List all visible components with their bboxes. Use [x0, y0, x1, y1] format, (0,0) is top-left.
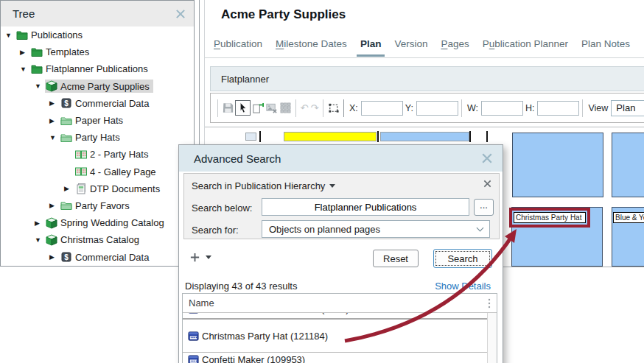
- height-input[interactable]: [537, 101, 579, 116]
- expand-arrow-icon[interactable]: ▶: [35, 219, 45, 227]
- plan-page-box[interactable]: [612, 133, 644, 197]
- result-row[interactable]: Confetti Maker (109953): [183, 353, 497, 363]
- grid-settings-button[interactable]: [279, 100, 293, 116]
- marquee-select-button[interactable]: [326, 100, 340, 116]
- tree-item-templates[interactable]: ▶Templates: [1, 43, 194, 60]
- toolbar-separator: [461, 99, 462, 117]
- search-button[interactable]: Search: [433, 249, 492, 268]
- tree-item-label: Commercial Data: [75, 252, 149, 263]
- search-for-value: Objects on planned pages: [269, 224, 380, 235]
- tree-item-label: Christmas Catalog: [60, 234, 139, 245]
- tree-item-commercial-data[interactable]: ▶Commercial Data: [1, 248, 194, 265]
- expand-arrow-icon[interactable]: ▶: [49, 202, 60, 209]
- tree-item-4-galley-page[interactable]: 4 - Galley Page: [1, 163, 194, 180]
- tree-item-dtp-documents[interactable]: ▶DTP Documents: [1, 180, 194, 197]
- redo-icon[interactable]: ↷: [309, 102, 320, 113]
- expand-arrow-icon[interactable]: ▶: [49, 99, 60, 107]
- plan-page-box[interactable]: [512, 133, 603, 197]
- tree-item-2-party-hats[interactable]: 2 - Party Hats: [1, 146, 194, 163]
- result-row[interactable]: Christmas Party Hat (121184): [183, 320, 497, 353]
- tree-item-label: Spring Wedding Catalog: [60, 217, 164, 228]
- expand-arrow-icon[interactable]: ▼: [35, 236, 45, 244]
- browse-button[interactable]: ...: [474, 199, 494, 216]
- tree-item-publications[interactable]: ▼Publications: [1, 27, 194, 43]
- object-icon: [188, 354, 199, 363]
- search-for-select[interactable]: Objects on planned pages: [262, 220, 490, 238]
- view-select[interactable]: Plan: [611, 100, 644, 116]
- flatplanner-panel-title: Flatplanner: [221, 74, 269, 85]
- tab-plan-notes[interactable]: Plan Notes: [581, 38, 630, 52]
- tree-item-label: Paper Hats: [75, 115, 123, 126]
- publication-icon: [46, 234, 57, 246]
- x-coordinate-input[interactable]: [361, 101, 403, 116]
- width-input[interactable]: [481, 101, 523, 116]
- folder-icon: [16, 29, 28, 41]
- page-title: Acme Party Supplies: [221, 7, 346, 22]
- column-menu-icon[interactable]: [488, 297, 491, 309]
- save-button[interactable]: [221, 100, 235, 116]
- search-below-input[interactable]: [262, 198, 469, 216]
- result-row-label: Confetti Maker (109953): [202, 354, 305, 363]
- tree-item-party-favors[interactable]: ▶Party Favors: [1, 197, 194, 214]
- remove-criteria-icon[interactable]: [483, 179, 492, 188]
- plan-object-label-partial[interactable]: Blue & Ye: [613, 212, 644, 223]
- remove-image-button[interactable]: [265, 100, 279, 116]
- tab-version[interactable]: Version: [394, 38, 427, 52]
- tab-publication[interactable]: Publication: [214, 38, 262, 52]
- expand-arrow-icon[interactable]: ▶: [64, 185, 74, 192]
- page-spread-icon: [75, 166, 87, 177]
- show-details-link[interactable]: Show Details: [435, 281, 491, 292]
- expand-arrow-icon[interactable]: ▼: [20, 66, 30, 73]
- tree-item-party-hats[interactable]: ▼Party Hats: [1, 129, 194, 146]
- tree-item-label: Publications: [31, 29, 83, 40]
- flatplanner-toolbar: ↶ ↷ X: Y: W: H: View Plan: [210, 93, 644, 123]
- search-for-label: Search for:: [192, 225, 239, 236]
- expand-arrow-icon[interactable]: ▼: [49, 134, 60, 141]
- criteria-heading[interactable]: Search in Publication Hierarchy: [192, 180, 335, 191]
- column-header-name[interactable]: Name: [189, 297, 214, 309]
- tab-bar: Publication Milestone Dates Plan Version…: [214, 38, 630, 52]
- tree-body: ▼Publications ▶Templates ▼Flatplanner Pu…: [1, 27, 194, 266]
- dialog-title-bar[interactable]: Advanced Search: [179, 145, 503, 172]
- tree-item-flatplanner-publications[interactable]: ▼Flatplanner Publications: [1, 60, 194, 77]
- plus-icon: [189, 252, 200, 263]
- result-row[interactable]: Bolt of Red Insulated Cable (7823): [183, 313, 497, 320]
- toolbar-separator: [295, 99, 296, 117]
- add-criteria-dropdown-icon[interactable]: [206, 255, 211, 259]
- tree-item-acme-party-supplies[interactable]: ▼Acme Party Supplies: [1, 78, 194, 95]
- tree-panel: Tree ▼Publications ▶Templates ▼Flatplann…: [0, 0, 195, 267]
- expand-arrow-icon[interactable]: ▶: [49, 117, 60, 124]
- tree-panel-title: Tree: [13, 7, 35, 20]
- tree-item-spring-wedding-catalog[interactable]: ▶Spring Wedding Catalog: [1, 214, 194, 231]
- add-criteria-button[interactable]: [186, 249, 203, 265]
- publication-icon: [46, 217, 57, 229]
- tree-item-label: Flatplanner Publications: [46, 63, 148, 74]
- plan-strip-cell[interactable]: [245, 133, 256, 141]
- height-label: H:: [525, 103, 535, 113]
- toolbar-grip[interactable]: [217, 99, 218, 117]
- object-icon: [188, 313, 199, 314]
- tree-item-paper-hats[interactable]: ▶Paper Hats: [1, 112, 194, 129]
- results-scrollbar[interactable]: [487, 313, 497, 363]
- tab-pages[interactable]: Pages: [441, 38, 469, 52]
- select-tool-button[interactable]: [235, 100, 251, 116]
- folder-icon: [60, 200, 72, 211]
- add-page-button[interactable]: [251, 100, 265, 116]
- plan-strip-cell[interactable]: [380, 132, 469, 141]
- undo-icon[interactable]: ↶: [299, 102, 309, 113]
- reset-button[interactable]: Reset: [373, 250, 419, 267]
- expand-arrow-icon[interactable]: ▼: [5, 32, 15, 39]
- y-coordinate-input[interactable]: [416, 101, 458, 116]
- tab-plan[interactable]: Plan: [360, 38, 382, 52]
- tree-item-commercial-data[interactable]: ▶Commercial Data: [1, 95, 194, 112]
- tab-milestone-dates[interactable]: Milestone Dates: [276, 38, 347, 52]
- expand-arrow-icon[interactable]: ▶: [20, 49, 30, 56]
- expand-arrow-icon[interactable]: ▶: [49, 253, 60, 261]
- expand-arrow-icon[interactable]: ▼: [35, 82, 45, 90]
- tree-item-christmas-catalog[interactable]: ▼Christmas Catalog: [1, 231, 194, 248]
- close-icon[interactable]: [480, 152, 494, 165]
- plan-strip-cell-selected[interactable]: [284, 132, 377, 141]
- close-icon[interactable]: [175, 8, 186, 20]
- folder-icon: [60, 132, 72, 144]
- tab-publication-planner[interactable]: Publication Planner: [483, 38, 568, 52]
